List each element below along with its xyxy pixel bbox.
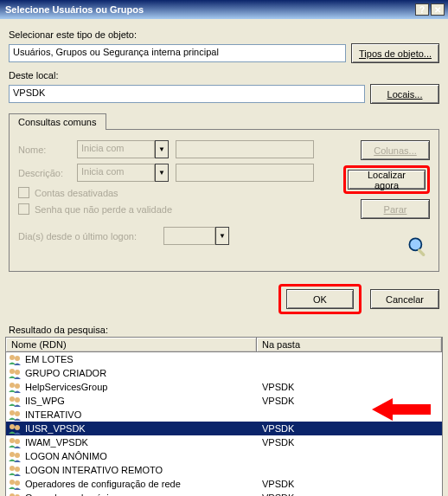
results-label: Resultado da pesquisa: [0,319,448,337]
close-button[interactable]: ✕ [431,3,445,16]
tabset: Consultas comuns Nome: Inicia com ▼ Desc… [9,113,439,272]
find-now-highlight: Localizar agora [343,165,430,194]
desc-input[interactable] [176,164,314,182]
desc-label: Descrição: [18,168,70,178]
col-folder[interactable]: Na pasta [257,338,442,351]
item-name: INTERATIVO [23,409,257,420]
item-name: Operadores de configuração de rede [23,479,257,489]
item-name: LOGON INTERATIVO REMOTO [23,465,257,475]
svg-point-21 [15,480,20,486]
list-item[interactable]: LOGON ANÔNIMO [6,449,442,463]
location-label: Deste local: [9,70,439,81]
principal-icon [8,478,22,490]
days-combo[interactable]: ▼ [163,227,229,245]
item-name: HelpServicesGroup [23,382,257,392]
item-folder: VPSDK [257,437,442,448]
svg-point-18 [10,466,15,471]
chevron-down-icon[interactable]: ▼ [155,140,169,158]
name-mode-combo[interactable]: Inicia com ▼ [77,140,169,158]
item-name: LOGON ANÔNIMO [23,451,257,461]
principal-icon [8,381,22,393]
annotation-arrow-icon [372,396,432,422]
svg-point-16 [10,452,15,457]
item-name: IUSR_VPSDK [23,423,257,434]
col-name[interactable]: Nome (RDN) [6,338,257,351]
item-name: IWAM_VPSDK [23,437,257,448]
disabled-accounts-checkbox[interactable]: Contas desativadas [18,187,343,198]
svg-point-12 [10,424,15,429]
svg-point-6 [10,383,15,388]
query-form: Nome: Inicia com ▼ Descrição: Inicia com… [18,140,343,259]
list-item[interactable]: Operadores de cópiaVPSDK [6,491,442,496]
item-folder: VPSDK [257,493,442,496]
list-item[interactable]: LOGON INTERATIVO REMOTO [6,463,442,477]
list-item[interactable]: GRUPO CRIADOR [6,366,442,380]
svg-point-14 [10,438,15,443]
help-button[interactable]: ? [415,3,429,16]
action-row: OK Cancelar [0,279,448,319]
chevron-down-icon[interactable]: ▼ [215,227,229,245]
days-label: Dia(s) desde o último logon: [18,231,157,242]
svg-point-3 [15,356,20,361]
cancel-button[interactable]: Cancelar [370,289,439,309]
svg-point-20 [10,480,15,485]
name-label: Nome: [18,145,70,155]
item-name: GRUPO CRIADOR [23,368,257,378]
list-item[interactable]: IUSR_VPSDKVPSDK [6,422,442,435]
item-name: EM LOTES [23,354,257,364]
principal-icon [8,464,22,476]
window-title: Selecione Usuários ou Grupos [5,4,413,15]
tab-common-queries[interactable]: Consultas comuns [9,113,106,130]
list-item[interactable]: EM LOTES [6,352,442,366]
svg-point-9 [15,397,20,403]
list-item[interactable]: IWAM_VPSDKVPSDK [6,435,442,449]
svg-point-0 [409,238,421,250]
item-folder: VPSDK [257,382,442,392]
locations-button[interactable]: Locais... [370,84,439,104]
results-list[interactable]: EM LOTESGRUPO CRIADORHelpServicesGroupVP… [5,352,443,496]
object-types-button[interactable]: Tipos de objeto... [351,43,439,63]
name-input[interactable] [176,140,314,158]
object-type-label: Selecionar este tipo de objeto: [9,29,439,40]
svg-point-13 [15,425,20,430]
search-icon [406,235,430,259]
svg-point-10 [10,410,15,415]
svg-point-8 [10,396,15,402]
columns-button[interactable]: Colunas... [361,140,430,160]
principal-icon [8,422,22,435]
principal-icon [8,367,22,379]
item-name: Operadores de cópia [23,493,257,496]
titlebar: Selecione Usuários ou Grupos ? ✕ [0,0,448,19]
item-name: IIS_WPG [23,396,257,406]
svg-point-19 [15,467,20,472]
svg-point-17 [15,453,20,458]
principal-icon [8,436,22,448]
object-type-field[interactable]: Usuários, Grupos ou Segurança interna pr… [9,44,346,62]
principal-icon [8,395,22,407]
svg-rect-1 [417,248,426,257]
ok-highlight: OK [278,284,362,314]
list-item[interactable]: HelpServicesGroupVPSDK [6,380,442,394]
nonexpiring-pwd-checkbox[interactable]: Senha que não perde a validade [18,203,343,215]
item-folder: VPSDK [257,479,442,489]
find-now-button[interactable]: Localizar agora [348,170,426,190]
principal-icon [8,353,22,365]
svg-point-11 [15,411,20,416]
upper-pane: Selecionar este tipo de objeto: Usuários… [0,19,448,279]
chevron-down-icon[interactable]: ▼ [155,164,169,182]
svg-point-4 [10,369,15,374]
stop-button[interactable]: Parar [361,199,430,219]
principal-icon [8,450,22,462]
svg-point-15 [15,439,20,444]
principal-icon [8,492,22,496]
list-item[interactable]: Operadores de configuração de redeVPSDK [6,477,442,491]
svg-point-2 [10,355,15,360]
principal-icon [8,409,22,421]
location-field[interactable]: VPSDK [9,85,365,103]
item-folder: VPSDK [257,423,442,434]
svg-point-7 [15,383,20,389]
svg-point-5 [15,370,20,375]
desc-mode-combo[interactable]: Inicia com ▼ [77,164,169,182]
list-header: Nome (RDN) Na pasta [5,337,443,352]
ok-button[interactable]: OK [286,289,354,309]
